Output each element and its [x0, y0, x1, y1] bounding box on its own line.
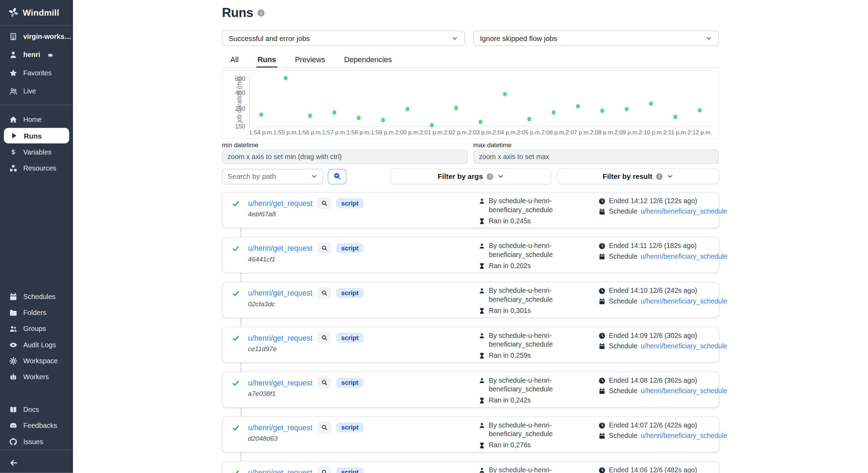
run-duration: Ran in 0,276s [489, 441, 531, 449]
tab-all[interactable]: All [229, 52, 240, 67]
zoom-out-search-button[interactable] [328, 168, 347, 184]
run-id: d2048d63 [248, 435, 277, 442]
schedule-link[interactable]: u/henri/beneficiary_schedule [641, 432, 727, 440]
ended-at: Ended 14:10 12/6 (242s ago) [609, 287, 697, 294]
filter-by-args-button[interactable]: Filter by args i [390, 168, 552, 184]
data-point [259, 113, 263, 117]
data-point [357, 116, 361, 120]
preview-run-button[interactable] [317, 197, 331, 209]
sidebar-item-docs[interactable]: Docs [0, 401, 73, 417]
sidebar-item-label: Resources [23, 164, 56, 172]
run-path-link[interactable]: u/henri/get_request [248, 334, 312, 342]
job-kind-badge: script [336, 333, 364, 343]
run-connector-line [241, 318, 242, 327]
sidebar-item-audit-logs[interactable]: Audit Logs [0, 337, 73, 352]
person-icon [478, 332, 486, 340]
run-card[interactable]: u/henri/get_request script a7e038f1 By s… [222, 372, 719, 408]
sidebar-item-henri[interactable]: henri [0, 45, 73, 64]
preview-run-button[interactable] [317, 466, 331, 473]
hourglass-icon [478, 263, 486, 270]
sidebar-item-groups[interactable]: Groups [0, 321, 73, 337]
sidebar-item-label: virgin-worksp... [23, 32, 73, 40]
min-datetime-input[interactable] [222, 149, 468, 164]
data-point [649, 101, 653, 106]
sidebar-item-workspace[interactable]: Workspace [0, 353, 73, 369]
sidebar-item-feedbacks[interactable]: Feedbacks [0, 417, 73, 433]
clock-icon [599, 242, 606, 250]
collapse-sidebar-button[interactable] [9, 458, 19, 468]
data-point [454, 106, 458, 110]
sidebar-item-live[interactable]: Live [0, 82, 73, 100]
max-datetime-label: max datetime [473, 142, 719, 148]
book-icon [8, 405, 18, 414]
sidebar-item-label: Docs [23, 406, 39, 413]
run-path-link[interactable]: u/henri/get_request [248, 289, 312, 297]
run-path-link[interactable]: u/henri/get_request [248, 199, 312, 207]
sidebar-item-folders[interactable]: Folders [0, 305, 73, 321]
schedule-link[interactable]: u/henri/beneficiary_schedule [641, 252, 727, 260]
schedule-link[interactable]: u/henri/beneficiary_schedule [641, 208, 727, 215]
schedule-link[interactable]: u/henri/beneficiary_schedule [641, 297, 727, 305]
sidebar-item-schedules[interactable]: Schedules [0, 289, 73, 305]
data-point [284, 76, 287, 80]
info-icon[interactable]: i [258, 9, 265, 17]
run-card[interactable]: u/henri/get_request script d2048d63 By s… [222, 416, 719, 453]
x-tick-label: 2:01 p.m. [419, 129, 444, 135]
x-tick-label: 1:58 p.m. [347, 129, 371, 135]
sidebar-item-issues[interactable]: Issues [0, 433, 73, 449]
job-duration-chart[interactable]: job duration (ms)1502504006001:54 p.m.1:… [222, 70, 719, 139]
sidebar-item-variables[interactable]: $Variables [0, 144, 73, 160]
clock-icon [599, 332, 606, 339]
preview-run-button[interactable] [317, 287, 331, 299]
run-path-link[interactable]: u/henri/get_request [248, 244, 312, 252]
schedule-link[interactable]: u/henri/beneficiary_schedule [641, 342, 727, 350]
tab-previews[interactable]: Previews [294, 52, 326, 67]
sidebar-item-label: Favorites [23, 69, 52, 77]
clock-icon [599, 466, 606, 473]
sidebar-item-runs[interactable]: Runs [4, 128, 69, 143]
run-path-link[interactable]: u/henri/get_request [248, 379, 312, 387]
search-icon [321, 334, 327, 341]
run-path-link[interactable]: u/henri/get_request [248, 468, 312, 473]
tab-runs[interactable]: Runs [256, 52, 277, 67]
search-by-path-placeholder: Search by path [227, 172, 276, 181]
users-icon [8, 86, 18, 96]
schedule-link[interactable]: u/henri/beneficiary_schedule [641, 387, 727, 395]
preview-run-button[interactable] [317, 421, 331, 433]
run-duration: Ran in 0,202s [489, 262, 531, 269]
job-kind-badge: script [336, 243, 364, 253]
sidebar-item-workers[interactable]: Workers [0, 369, 73, 385]
calendar-icon [599, 387, 606, 395]
run-card[interactable]: u/henri/get_request script 46441cf1 By s… [222, 237, 719, 273]
sidebar-item-resources[interactable]: Resources [0, 160, 73, 176]
run-id: a7e038f1 [248, 390, 276, 397]
run-card[interactable]: u/henri/get_request script 4ebf67a8 By s… [222, 192, 719, 228]
run-connector-line [241, 228, 242, 237]
data-point [674, 115, 677, 119]
run-card[interactable]: u/henri/get_request script 02cfa3dc By s… [222, 282, 719, 318]
tab-dependencies[interactable]: Dependencies [343, 52, 393, 67]
skipped-flow-filter-select[interactable]: Ignore skipped flow jobs [473, 31, 719, 46]
ended-at: Ended 14:12 12/6 (122s ago) [609, 197, 697, 205]
sidebar-item-virgin-worksp[interactable]: virgin-worksp... [0, 27, 73, 45]
y-axis-line [249, 75, 250, 126]
data-point [430, 123, 434, 127]
run-path-link[interactable]: u/henri/get_request [248, 423, 312, 432]
preview-run-button[interactable] [317, 332, 331, 344]
max-datetime-input[interactable] [473, 149, 719, 164]
sidebar-item-home[interactable]: Home [0, 111, 73, 127]
sidebar-item-favorites[interactable]: Favorites [0, 64, 73, 82]
preview-run-button[interactable] [317, 376, 331, 389]
run-card[interactable]: u/henri/get_request script ce11d97e By s… [222, 327, 719, 363]
github-icon [8, 437, 18, 446]
job-status-filter-select[interactable]: Successful and error jobs [222, 31, 465, 46]
sidebar-item-label: Folders [23, 309, 46, 316]
windmill-logo[interactable]: Windmill [0, 0, 73, 25]
preview-run-button[interactable] [317, 242, 331, 254]
sidebar-item-label: Runs [24, 132, 42, 140]
run-kind-tabs: AllRunsPreviewsDependencies [222, 52, 719, 68]
run-card[interactable]: u/henri/get_request script By schedule-u… [222, 461, 719, 473]
search-by-path-select[interactable]: Search by path [222, 168, 323, 184]
filter-by-result-button[interactable]: Filter by result i [558, 168, 719, 184]
data-point [527, 117, 531, 121]
